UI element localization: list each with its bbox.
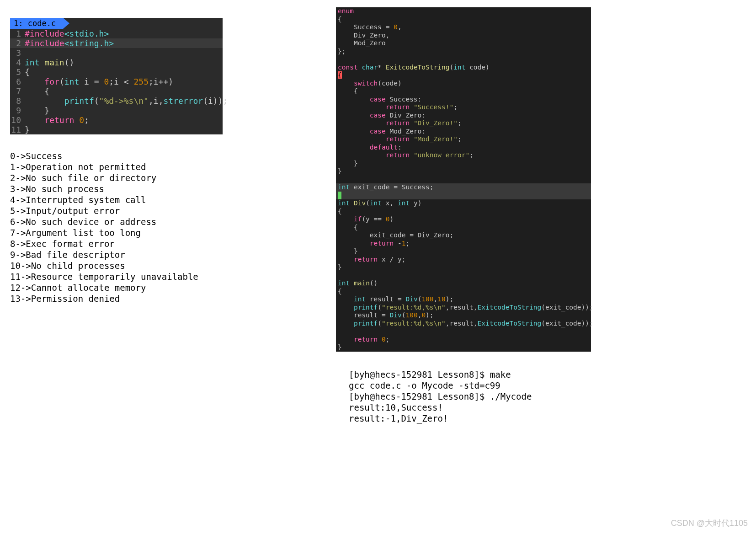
code-line: 11} [10, 125, 223, 134]
output-line: 7->Argument list too long [10, 227, 223, 238]
code-line: result = Div(100,0); [336, 311, 591, 320]
output-line: 4->Interrupted system call [10, 194, 223, 205]
output-line: 13->Permission denied [10, 293, 223, 304]
code-line: } [336, 343, 591, 352]
code-line: return 0; [336, 336, 591, 344]
code-line: return "Success!"; [336, 103, 591, 112]
code-line [336, 327, 591, 336]
code-line [336, 192, 591, 200]
output-line: 5->Input/output error [10, 205, 223, 216]
output-line: 11->Resource temporarily unavailable [10, 271, 223, 282]
output-line: 2->No such file or directory [10, 172, 223, 183]
code-line: case Success: [336, 96, 591, 104]
code-line: } [336, 160, 591, 168]
code-line: Success = 0, [336, 23, 591, 32]
output-line: 0->Success [10, 150, 223, 161]
output-line: 12->Cannot allocate memory [10, 282, 223, 293]
terminal-output: [byh@hecs-152981 Lesson8]$ makegcc code.… [349, 369, 591, 424]
file-tab[interactable]: 1: code.c [10, 18, 63, 29]
code-line: return "unknow error"; [336, 151, 591, 160]
output-line: 1->Operation not permitted [10, 161, 223, 172]
code-line: 2#include<string.h> [10, 38, 223, 48]
terminal-line: result:10,Success! [349, 402, 591, 413]
code-line: case Mod_Zero: [336, 128, 591, 136]
terminal-line: gcc code.c -o Mycode -std=c99 [349, 380, 591, 391]
code-line: { [336, 16, 591, 24]
terminal-line: result:-1,Div_Zero! [349, 413, 591, 424]
code-line: 8 printf("%d->%s\n",i,strerror(i)); [10, 96, 223, 106]
code-line: }; [336, 48, 591, 56]
code-line: } [336, 263, 591, 272]
code-line: { [336, 208, 591, 216]
output-line: 8->Exec format error [10, 238, 223, 249]
code-line: switch(code) [336, 80, 591, 88]
code-line: const char* ExitcodeToString(int code) [336, 64, 591, 72]
code-line: { [336, 288, 591, 296]
output-line: 10->No child processes [10, 260, 223, 271]
code-line: 3 [10, 48, 223, 58]
code-line: Mod_Zero [336, 39, 591, 48]
code-line: 6 for(int i = 0;i < 255;i++) [10, 77, 223, 86]
code-line [336, 55, 591, 64]
code-line [336, 272, 591, 280]
code-line: 5{ [10, 67, 223, 77]
code-line: } [336, 167, 591, 176]
code-line: 10 return 0; [10, 115, 223, 125]
output-line: 9->Bad file descriptor [10, 249, 223, 260]
code-line: 4int main() [10, 58, 223, 67]
code-line: int Div(int x, int y) [336, 199, 591, 208]
code-line [336, 176, 591, 184]
code-line: int result = Div(100,10); [336, 295, 591, 304]
code-line: int main() [336, 279, 591, 288]
code-line: { [336, 224, 591, 232]
code-line: exit_code = Div_Zero; [336, 231, 591, 240]
code-line: printf("result:%d,%s\n",result,ExitcodeT… [336, 320, 591, 328]
terminal-line: [byh@hecs-152981 Lesson8]$ ./Mycode [349, 391, 591, 402]
code-line: 9 } [10, 106, 223, 115]
program-output-left: 0->Success1->Operation not permitted2->N… [10, 150, 223, 304]
code-editor-right: enum{ Success = 0, Div_Zero, Mod_Zero}; … [336, 7, 591, 352]
code-line: 1#include<stdio.h> [10, 29, 223, 38]
code-line: { [336, 71, 591, 80]
tab-bar: 1: code.c [10, 18, 223, 29]
code-editor-left: 1: code.c 1#include<stdio.h>2#include<st… [10, 18, 223, 134]
code-line: 7 { [10, 86, 223, 96]
code-line: if(y == 0) [336, 215, 591, 224]
code-line: { [336, 87, 591, 96]
code-line: printf("result:%d,%s\n",result,ExitcodeT… [336, 304, 591, 312]
watermark: CSDN @大时代1105 [671, 518, 748, 529]
code-line: default: [336, 144, 591, 152]
code-line: return -1; [336, 240, 591, 248]
code-line: case Div_Zero: [336, 112, 591, 120]
output-line: 3->No such process [10, 183, 223, 194]
code-line: enum [336, 7, 591, 16]
terminal-line: [byh@hecs-152981 Lesson8]$ make [349, 369, 591, 380]
code-line: return x / y; [336, 256, 591, 264]
code-line: Div_Zero, [336, 32, 591, 40]
code-line: return "Div_Zero!"; [336, 119, 591, 128]
code-line: int exit_code = Success; [336, 183, 591, 192]
code-line: } [336, 247, 591, 256]
output-line: 6->No such device or address [10, 216, 223, 227]
code-line: return "Mod_Zero!"; [336, 135, 591, 144]
